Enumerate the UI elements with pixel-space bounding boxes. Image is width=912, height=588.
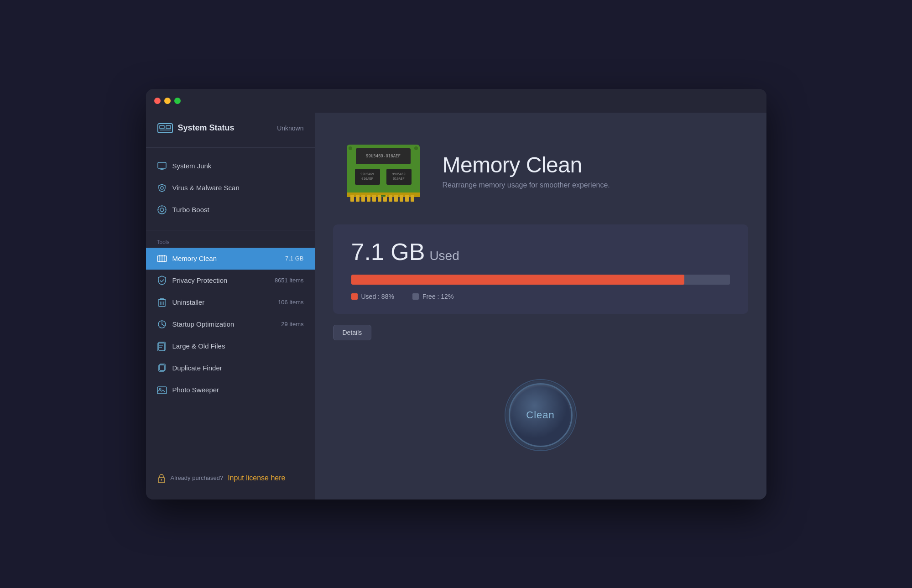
hero-title: Memory Clean	[443, 152, 610, 177]
svg-rect-57	[394, 195, 398, 202]
sidebar: System Status Unknown System Junk	[146, 113, 315, 500]
legend-used: Used : 88%	[351, 293, 394, 300]
svg-rect-2	[166, 125, 171, 129]
traffic-lights	[154, 98, 181, 104]
footer-static-text: Already purchased?	[171, 474, 224, 481]
svg-text:016AEF: 016AEF	[393, 177, 404, 181]
used-unit: Used	[429, 249, 459, 263]
maximize-button[interactable]	[174, 98, 181, 104]
stats-section: 7.1 GB Used Used : 88% Free : 12%	[333, 224, 748, 314]
sidebar-item-label: Duplicate Finder	[172, 364, 304, 372]
svg-rect-56	[389, 195, 392, 202]
sidebar-item-label: Virus & Malware Scan	[172, 184, 304, 192]
sidebar-item-label: Uninstaller	[172, 298, 273, 306]
legend-free: Free : 12%	[412, 293, 453, 300]
sidebar-item-count: 29 items	[281, 321, 303, 328]
sidebar-item-photo-sweeper[interactable]: Photo Sweeper	[146, 379, 315, 401]
sidebar-item-turbo-boost[interactable]: Turbo Boost	[146, 199, 315, 221]
duplicate-icon	[157, 363, 167, 373]
trash-icon	[157, 297, 167, 307]
shield-scan-icon	[157, 183, 167, 193]
svg-text:99U5469: 99U5469	[360, 172, 374, 176]
used-legend-text: Used : 88%	[361, 293, 394, 300]
sidebar-item-count: 106 items	[278, 299, 303, 306]
svg-rect-49	[350, 195, 354, 202]
minimize-button[interactable]	[164, 98, 171, 104]
sidebar-item-label: System Junk	[172, 162, 304, 170]
sidebar-footer: Already purchased? Input license here	[146, 466, 315, 490]
memory-icon	[157, 254, 167, 264]
sidebar-item-large-old-files[interactable]: Large & Old Files	[146, 335, 315, 357]
tools-divider: Tools	[146, 228, 315, 246]
svg-text:016AEF: 016AEF	[361, 177, 373, 181]
close-button[interactable]	[154, 98, 161, 104]
details-btn-row: Details	[333, 325, 748, 340]
svg-rect-59	[405, 195, 409, 202]
details-button[interactable]: Details	[333, 325, 372, 340]
input-license-link[interactable]: Input license here	[228, 474, 285, 482]
sidebar-item-label: Startup Optimization	[172, 320, 276, 328]
progress-legend: Used : 88% Free : 12%	[351, 293, 730, 300]
sidebar-item-startup-optimization[interactable]: Startup Optimization 29 items	[146, 313, 315, 335]
monitor-icon	[157, 161, 167, 171]
sidebar-item-memory-clean[interactable]: Memory Clean 7.1 GB	[146, 248, 315, 270]
svg-rect-4	[158, 162, 166, 168]
svg-rect-53	[372, 195, 376, 202]
used-label: 7.1 GB Used	[351, 238, 730, 265]
turbo-icon	[157, 205, 167, 215]
free-legend-text: Free : 12%	[422, 293, 453, 300]
svg-rect-60	[411, 195, 414, 202]
clean-button-label: Clean	[526, 409, 554, 421]
sidebar-item-privacy-protection[interactable]: Privacy Protection 8651 items	[146, 270, 315, 291]
memory-progress-fill	[351, 275, 684, 285]
memory-progress-bar	[351, 275, 730, 285]
svg-rect-50	[356, 195, 360, 202]
hero-text: Memory Clean Rearrange memory usage for …	[443, 152, 610, 189]
svg-point-46	[161, 479, 162, 480]
sidebar-item-system-junk[interactable]: System Junk	[146, 155, 315, 177]
sidebar-header: System Status Unknown	[146, 122, 315, 146]
sidebar-item-virus-malware[interactable]: Virus & Malware Scan	[146, 177, 315, 199]
svg-rect-52	[367, 195, 370, 202]
sidebar-item-count: 8651 items	[275, 277, 304, 284]
sidebar-status-badge: Unknown	[277, 125, 303, 132]
lock-icon	[157, 473, 166, 483]
clean-section: Clean	[315, 340, 766, 500]
svg-text:99U5469: 99U5469	[392, 172, 406, 176]
clean-button[interactable]: Clean	[509, 383, 573, 447]
app-body: System Status Unknown System Junk	[146, 113, 766, 500]
used-dot	[351, 293, 358, 300]
svg-point-71	[414, 146, 418, 150]
sidebar-item-label: Privacy Protection	[172, 276, 269, 284]
app-window: System Status Unknown System Junk	[146, 89, 766, 500]
main-content: 99U5469-016AEF 99U5469 016AEF 99U5469 01…	[315, 113, 766, 500]
startup-icon	[157, 319, 167, 329]
sidebar-divider	[146, 147, 315, 148]
sidebar-title: System Status	[178, 123, 235, 133]
privacy-icon	[157, 276, 167, 286]
ram-icon-wrapper: 99U5469-016AEF 99U5469 016AEF 99U5469 01…	[342, 135, 424, 206]
free-dot	[412, 293, 419, 300]
sidebar-item-label: Turbo Boost	[172, 206, 304, 213]
title-bar	[146, 89, 766, 113]
svg-rect-54	[378, 195, 381, 202]
sidebar-item-label: Memory Clean	[172, 255, 280, 262]
files-icon	[157, 341, 167, 351]
svg-text:99U5469-016AEF: 99U5469-016AEF	[366, 154, 401, 158]
hero-subtitle: Rearrange memory usage for smoother expe…	[443, 181, 610, 189]
sidebar-item-label: Large & Old Files	[172, 342, 304, 350]
svg-rect-51	[361, 195, 365, 202]
ram-chip-icon: 99U5469-016AEF 99U5469 016AEF 99U5469 01…	[342, 135, 424, 206]
sidebar-item-duplicate-finder[interactable]: Duplicate Finder	[146, 357, 315, 379]
svg-rect-58	[400, 195, 403, 202]
photo-icon	[157, 385, 167, 395]
sidebar-title-group: System Status	[157, 122, 235, 135]
sidebar-item-uninstaller[interactable]: Uninstaller 106 items	[146, 291, 315, 313]
sidebar-item-label: Photo Sweeper	[172, 386, 304, 394]
svg-point-7	[161, 187, 163, 189]
sidebar-item-count: 7.1 GB	[285, 255, 303, 262]
svg-rect-0	[158, 124, 172, 133]
svg-rect-15	[157, 256, 167, 261]
svg-rect-61	[381, 195, 386, 197]
used-amount: 7.1 GB	[351, 238, 425, 265]
